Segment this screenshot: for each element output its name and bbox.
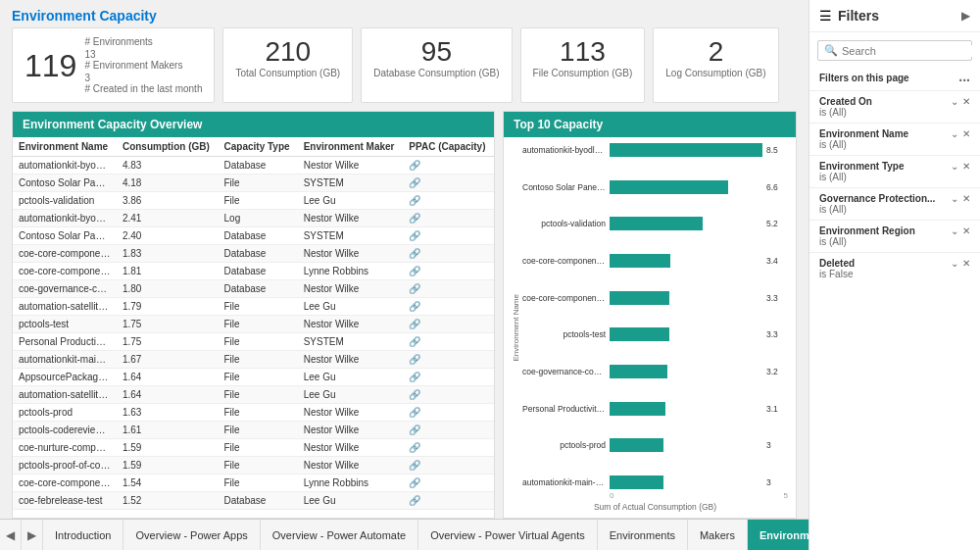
table-cell: Nestor Wilke [298,210,404,227]
table-row: coe-core-components-dev-copy1.54FileLynn… [13,475,494,492]
table-cell[interactable]: 🔗 [403,475,494,492]
close-icon[interactable]: ✕ [962,161,970,172]
filter-icons: ⌄✕ [951,161,970,172]
tab-environments[interactable]: Environments [598,520,688,550]
table-cell[interactable]: 🔗 [403,263,494,280]
table-cell[interactable]: 🔗 [403,439,494,457]
table-cell[interactable]: 🔗 [403,351,494,369]
table-cell: pctools-prod [13,404,117,422]
table-row: pctools-validation3.86FileLee Gu🔗 [13,192,494,210]
tab-powerapps[interactable]: Overview - Power Apps [123,520,260,550]
chevron-down-icon[interactable]: ⌄ [951,128,958,139]
table-cell[interactable]: 🔗 [403,457,494,475]
table-row: coe-febrelease-test1.52DatabaseLee Gu🔗 [13,492,494,510]
table-cell: Nestor Wilke [298,351,404,369]
bar-value: 3 [766,477,788,487]
table-cell: File [219,316,298,333]
table-cell[interactable]: 🔗 [403,157,494,175]
bar-row: automationkit-byodl-t...8.5 [522,143,788,157]
search-box[interactable]: 🔍 [817,40,972,61]
bar-track [610,438,762,452]
table-cell[interactable]: 🔗 [403,422,494,439]
filter-item[interactable]: Created Onis (All)⌄✕ [809,90,980,123]
filter-name: Environment Region [819,225,915,236]
table-row: pctools-prod1.63FileNestor Wilke🔗 [13,404,494,422]
table-cell: File [219,386,298,404]
tab-powerautomate[interactable]: Overview - Power Automate [261,520,418,550]
bar-track [610,143,762,157]
table-cell[interactable]: 🔗 [403,369,494,386]
filter-value: is (All) [819,172,905,182]
tab-nav-next[interactable]: ▶ [22,520,43,550]
filter-item[interactable]: Environment Nameis (All)⌄✕ [809,123,980,155]
bar-track [610,365,762,378]
bar-row: Contoso Solar Panel Co.6.6 [522,180,788,194]
bottom-tabs: ◀ ▶ IntroductionOverview - Power AppsOve… [0,519,808,550]
bar-track [610,254,762,268]
close-icon[interactable]: ✕ [962,128,970,139]
table-cell[interactable]: 🔗 [403,298,494,316]
filter-value: is (All) [819,107,872,118]
table-cell: Nestor Wilke [298,422,404,439]
filter-value: is False [819,269,855,279]
filter-section-dots[interactable]: ··· [958,73,970,88]
table-cell[interactable]: 🔗 [403,175,494,192]
chevron-down-icon[interactable]: ⌄ [951,225,958,236]
table-cell[interactable]: 🔗 [403,210,494,227]
charts-row: Environment Capacity Overview Environmen… [0,111,808,519]
table-cell: Lee Gu [298,192,404,210]
close-icon[interactable]: ✕ [962,193,970,204]
chevron-down-icon[interactable]: ⌄ [951,96,958,107]
chevron-down-icon[interactable]: ⌄ [951,193,958,204]
table-cell[interactable]: 🔗 [403,192,494,210]
filter-item[interactable]: Environment Typeis (All)⌄✕ [809,155,980,187]
kpi-total: 210 Total Consumption (GB) [222,27,353,103]
bar-track [610,402,762,416]
table-container[interactable]: Environment Name Consumption (GB) Capaci… [13,137,494,518]
bar-row: pctools-prod3 [522,438,788,452]
bar-value: 3.2 [766,367,788,376]
sidebar-expand-icon[interactable]: ▶ [961,9,970,23]
kpi-database: 95 Database Consumption (GB) [361,27,512,103]
table-cell[interactable]: 🔗 [403,245,494,263]
chevron-down-icon[interactable]: ⌄ [951,258,958,269]
kpi-total-label: Total Consumption (GB) [235,68,340,78]
close-icon[interactable]: ✕ [962,225,970,236]
chart-inner: Environment Name automationkit-byodl-t..… [504,137,796,518]
filter-icons: ⌄✕ [951,128,970,139]
tab-intro[interactable]: Introduction [43,520,123,550]
close-icon[interactable]: ✕ [962,258,970,269]
table-cell: 3.86 [117,192,219,210]
bar-row: pctools-test3.3 [522,327,788,341]
filter-item[interactable]: Environment Regionis (All)⌄✕ [809,220,980,252]
table-cell: Lee Gu [298,369,404,386]
table-cell: Database [219,245,298,263]
table-cell: 2.40 [117,227,219,245]
table-cell: Database [219,492,298,510]
table-cell[interactable]: 🔗 [403,280,494,298]
table-cell[interactable]: 🔗 [403,316,494,333]
table-cell: File [219,351,298,369]
filter-item[interactable]: Governance Protection...is (All)⌄✕ [809,187,980,220]
table-cell: File [219,457,298,475]
filter-item[interactable]: Deletedis False⌄✕ [809,252,980,284]
search-icon: 🔍 [824,44,838,57]
table-cell: Database [219,227,298,245]
table-cell: pctools-proof-of-concept-dev [13,457,117,475]
chevron-down-icon[interactable]: ⌄ [951,161,958,172]
search-input[interactable] [842,45,977,57]
tab-nav-prev[interactable]: ◀ [0,520,22,550]
table-cell[interactable]: 🔗 [403,333,494,351]
table-cell: Nestor Wilke [298,157,404,175]
bar-fill [610,327,669,341]
tab-makers[interactable]: Makers [688,520,748,550]
close-icon[interactable]: ✕ [962,96,970,107]
table-cell[interactable]: 🔗 [403,492,494,510]
tab-virtualagents[interactable]: Overview - Power Virtual Agents [418,520,598,550]
table-cell: SYSTEM [298,227,404,245]
table-cell[interactable]: 🔗 [403,227,494,245]
table-cell[interactable]: 🔗 [403,404,494,422]
table-cell: 1.63 [117,404,219,422]
tab-capacity[interactable]: Environment Capacity [748,520,808,550]
table-cell[interactable]: 🔗 [403,386,494,404]
